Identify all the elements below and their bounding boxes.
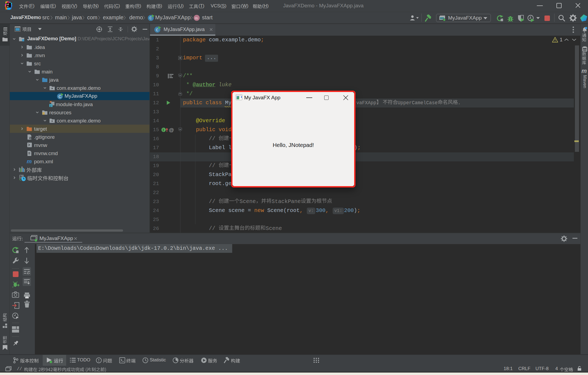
svg-text:I: I — [163, 128, 164, 132]
svg-text:C: C — [149, 16, 152, 20]
svg-text:m: m — [195, 16, 198, 20]
svg-text:C: C — [156, 28, 158, 32]
svg-text:IJ: IJ — [7, 3, 9, 6]
svg-text:@: @ — [169, 127, 174, 133]
svg-text:J: J — [50, 104, 51, 107]
